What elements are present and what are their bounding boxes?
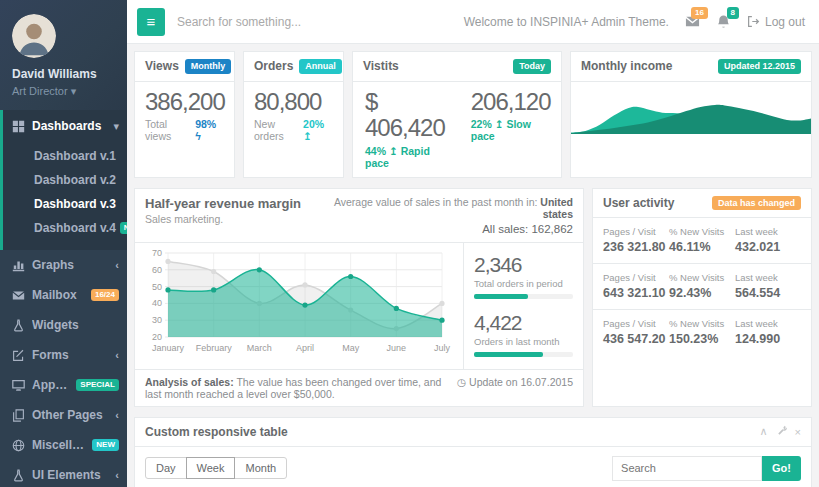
menu-toggle-button[interactable]: ≡	[137, 8, 165, 36]
notifications-count-badge: 8	[727, 7, 739, 19]
new-visits-label: % New Visits	[669, 226, 735, 237]
sidebar-item-dashboards-block: Dashboards ▾ Dashboard v.1 Dashboard v.2…	[0, 110, 127, 250]
last-week-label: Last week	[735, 226, 801, 237]
analysis-text: Analysis of sales: The value has been ch…	[145, 376, 447, 400]
monthly-badge: Monthly	[185, 59, 232, 74]
svg-text:May: May	[342, 343, 360, 353]
level-up-icon: ↥	[303, 130, 312, 142]
new-visits-label: % New Visits	[669, 272, 735, 283]
bolt-icon: ϟ	[195, 130, 201, 142]
svg-text:January: January	[152, 343, 185, 353]
sidebar-item-label: App Views	[32, 378, 69, 392]
stats-row: Views Monthly 386,200 Total views 98% ϟ …	[134, 51, 812, 178]
files-icon	[12, 409, 25, 422]
svg-text:20: 20	[152, 332, 162, 342]
user-role-dropdown[interactable]: Art Director ▾	[12, 85, 115, 98]
chevron-left-icon: ‹	[115, 259, 119, 271]
card-title: Orders	[254, 59, 293, 73]
card-title: Vistits	[363, 59, 399, 73]
visits-card: Vistits Today $ 406,420 44% ↥ Rapid pace…	[352, 51, 562, 178]
user-name: David Williams	[12, 67, 115, 81]
middle-row: Half-year revenue margin Sales marketing…	[134, 188, 812, 407]
flask-icon	[12, 319, 25, 332]
sidebar-item-dashboard-v4[interactable]: Dashboard v.4 NEW	[3, 216, 127, 240]
sidebar-item-dashboard-v2[interactable]: Dashboard v.2	[3, 168, 127, 192]
last-week-value: 564.554	[735, 286, 801, 300]
progress-bar	[474, 352, 543, 357]
progress-bar	[474, 294, 528, 299]
new-visits-label: % New Visits	[669, 318, 735, 329]
annual-badge: Annual	[299, 59, 342, 74]
table-search-input[interactable]	[612, 456, 762, 481]
sidebar-item-app-views[interactable]: App Views SPECIAL	[0, 370, 127, 400]
close-icon[interactable]: ×	[795, 426, 801, 438]
sidebar-item-mailbox[interactable]: Mailbox 16/24	[0, 280, 127, 310]
collapse-icon[interactable]: ∧	[760, 425, 768, 438]
globe-icon	[12, 439, 25, 452]
submenu-label: Dashboard v.2	[34, 173, 116, 187]
app: David Williams Art Director ▾ Dashboards…	[0, 0, 819, 487]
avatar[interactable]	[12, 14, 56, 58]
monthly-income-card: Monthly income Updated 12.2015	[570, 51, 812, 178]
range-month-button[interactable]: Month	[234, 457, 287, 479]
data-changed-badge: Data has changed	[712, 196, 801, 211]
sidebar-item-graphs[interactable]: Graphs ‹	[0, 250, 127, 280]
panel-title: Half-year revenue margin	[145, 196, 301, 211]
caret-down-icon: ▾	[71, 85, 77, 97]
visits-secondary-value: 206,120	[471, 89, 551, 115]
sidebar-nav: Dashboards ▾ Dashboard v.1 Dashboard v.2…	[0, 110, 127, 487]
revenue-side-stats: 2,346 Total orders in period 4,422 Order…	[463, 243, 583, 369]
range-button-group: Day Week Month	[145, 457, 287, 479]
revenue-heading: Half-year revenue margin Sales marketing…	[145, 196, 301, 235]
sidebar-item-dashboard-v1[interactable]: Dashboard v.1	[3, 144, 127, 168]
svg-text:70: 70	[152, 248, 162, 258]
content: Views Monthly 386,200 Total views 98% ϟ …	[127, 44, 819, 487]
go-button[interactable]: Go!	[762, 456, 801, 481]
bar-chart-icon	[12, 259, 25, 272]
range-week-button[interactable]: Week	[186, 457, 236, 479]
sidebar-item-label: Mailbox	[32, 288, 84, 302]
messages-icon[interactable]: 16	[685, 14, 700, 29]
orders-last-month-value: 4,422	[474, 311, 573, 335]
logout-button[interactable]: Log out	[747, 15, 805, 29]
custom-table-panel: Custom responsive table ∧ × Day Week Mon…	[134, 417, 812, 487]
sidebar-item-widgets[interactable]: Widgets	[0, 310, 127, 340]
sidebar-item-ui-elements[interactable]: UI Elements ‹	[0, 460, 127, 487]
activity-row: Pages / Visit643 321.10 % New Visits92.4…	[593, 264, 811, 310]
sidebar-item-forms[interactable]: Forms ‹	[0, 340, 127, 370]
wrench-icon[interactable]	[776, 425, 787, 438]
notifications-icon[interactable]: 8	[716, 14, 731, 29]
submenu-label: Dashboard v.1	[34, 149, 116, 163]
svg-text:40: 40	[152, 298, 162, 308]
orders-delta: 20% ↥	[303, 118, 333, 142]
sidebar-item-miscellaneous[interactable]: Miscellaneous NEW	[0, 430, 127, 460]
profile-section: David Williams Art Director ▾	[0, 0, 127, 110]
svg-text:60: 60	[152, 264, 162, 274]
new-visits-value: 46.11%	[669, 240, 735, 254]
activity-row: Pages / Visit236 321.80 % New Visits46.1…	[593, 218, 811, 264]
clock-icon: ◷	[457, 376, 466, 388]
sidebar: David Williams Art Director ▾ Dashboards…	[0, 0, 127, 487]
sidebar-item-label: Other Pages	[32, 408, 108, 422]
svg-text:March: March	[247, 343, 272, 353]
orders-in-period-label: Total orders in period	[474, 278, 573, 289]
orders-label: New orders	[254, 118, 303, 142]
edit-icon	[12, 349, 25, 362]
panel-tools: ∧ ×	[760, 425, 802, 438]
user-role-label: Art Director	[12, 85, 68, 97]
visits-secondary-note: 22% ↥ Slow pace	[471, 118, 551, 142]
sidebar-item-dashboard-v3[interactable]: Dashboard v.3	[3, 192, 127, 216]
sidebar-item-other-pages[interactable]: Other Pages ‹	[0, 400, 127, 430]
pages-visit-value: 236 321.80	[603, 240, 669, 254]
search-input[interactable]	[177, 15, 452, 29]
sidebar-item-dashboards[interactable]: Dashboards ▾	[3, 110, 127, 142]
main-area: ≡ Welcome to INSPINIA+ Admin Theme. 16 8…	[127, 0, 819, 487]
dashboards-submenu: Dashboard v.1 Dashboard v.2 Dashboard v.…	[3, 142, 127, 250]
chevron-left-icon: ‹	[115, 409, 119, 421]
range-day-button[interactable]: Day	[145, 457, 187, 479]
pages-visit-label: Pages / Visit	[603, 272, 669, 283]
chevron-left-icon: ‹	[115, 469, 119, 481]
views-label: Total views	[145, 118, 195, 142]
pages-visit-value: 643 321.10	[603, 286, 669, 300]
visits-primary-value: $ 406,420	[365, 89, 445, 142]
